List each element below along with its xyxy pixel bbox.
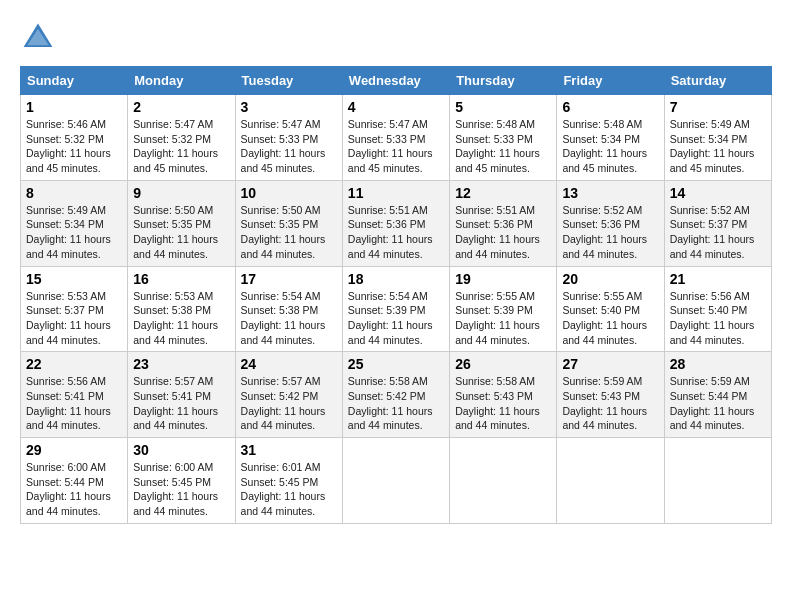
day-info: Sunrise: 5:47 AM Sunset: 5:33 PM Dayligh… bbox=[241, 117, 337, 176]
column-header-thursday: Thursday bbox=[450, 67, 557, 95]
calendar-week-row: 22Sunrise: 5:56 AM Sunset: 5:41 PM Dayli… bbox=[21, 352, 772, 438]
day-info: Sunrise: 5:59 AM Sunset: 5:43 PM Dayligh… bbox=[562, 374, 658, 433]
day-number: 29 bbox=[26, 442, 122, 458]
day-number: 9 bbox=[133, 185, 229, 201]
calendar-cell: 31Sunrise: 6:01 AM Sunset: 5:45 PM Dayli… bbox=[235, 438, 342, 524]
calendar-week-row: 8Sunrise: 5:49 AM Sunset: 5:34 PM Daylig… bbox=[21, 180, 772, 266]
calendar-cell: 20Sunrise: 5:55 AM Sunset: 5:40 PM Dayli… bbox=[557, 266, 664, 352]
column-header-sunday: Sunday bbox=[21, 67, 128, 95]
day-info: Sunrise: 5:52 AM Sunset: 5:37 PM Dayligh… bbox=[670, 203, 766, 262]
day-number: 15 bbox=[26, 271, 122, 287]
day-info: Sunrise: 5:57 AM Sunset: 5:42 PM Dayligh… bbox=[241, 374, 337, 433]
day-number: 22 bbox=[26, 356, 122, 372]
day-info: Sunrise: 5:58 AM Sunset: 5:42 PM Dayligh… bbox=[348, 374, 444, 433]
day-info: Sunrise: 5:48 AM Sunset: 5:33 PM Dayligh… bbox=[455, 117, 551, 176]
day-info: Sunrise: 5:56 AM Sunset: 5:40 PM Dayligh… bbox=[670, 289, 766, 348]
calendar-cell: 9Sunrise: 5:50 AM Sunset: 5:35 PM Daylig… bbox=[128, 180, 235, 266]
calendar-week-row: 15Sunrise: 5:53 AM Sunset: 5:37 PM Dayli… bbox=[21, 266, 772, 352]
day-info: Sunrise: 5:49 AM Sunset: 5:34 PM Dayligh… bbox=[26, 203, 122, 262]
day-number: 7 bbox=[670, 99, 766, 115]
day-number: 11 bbox=[348, 185, 444, 201]
calendar-cell: 7Sunrise: 5:49 AM Sunset: 5:34 PM Daylig… bbox=[664, 95, 771, 181]
calendar-table: SundayMondayTuesdayWednesdayThursdayFrid… bbox=[20, 66, 772, 524]
day-number: 4 bbox=[348, 99, 444, 115]
day-info: Sunrise: 5:58 AM Sunset: 5:43 PM Dayligh… bbox=[455, 374, 551, 433]
day-info: Sunrise: 5:51 AM Sunset: 5:36 PM Dayligh… bbox=[348, 203, 444, 262]
logo-icon bbox=[20, 20, 56, 56]
column-header-saturday: Saturday bbox=[664, 67, 771, 95]
day-number: 30 bbox=[133, 442, 229, 458]
day-number: 1 bbox=[26, 99, 122, 115]
day-number: 13 bbox=[562, 185, 658, 201]
calendar-cell: 26Sunrise: 5:58 AM Sunset: 5:43 PM Dayli… bbox=[450, 352, 557, 438]
day-number: 10 bbox=[241, 185, 337, 201]
day-info: Sunrise: 5:54 AM Sunset: 5:38 PM Dayligh… bbox=[241, 289, 337, 348]
calendar-header-row: SundayMondayTuesdayWednesdayThursdayFrid… bbox=[21, 67, 772, 95]
day-number: 28 bbox=[670, 356, 766, 372]
calendar-cell bbox=[450, 438, 557, 524]
day-info: Sunrise: 5:59 AM Sunset: 5:44 PM Dayligh… bbox=[670, 374, 766, 433]
day-number: 25 bbox=[348, 356, 444, 372]
day-info: Sunrise: 5:54 AM Sunset: 5:39 PM Dayligh… bbox=[348, 289, 444, 348]
day-number: 26 bbox=[455, 356, 551, 372]
calendar-cell bbox=[557, 438, 664, 524]
page-header bbox=[20, 20, 772, 56]
calendar-cell bbox=[342, 438, 449, 524]
calendar-cell: 5Sunrise: 5:48 AM Sunset: 5:33 PM Daylig… bbox=[450, 95, 557, 181]
calendar-cell: 2Sunrise: 5:47 AM Sunset: 5:32 PM Daylig… bbox=[128, 95, 235, 181]
calendar-cell: 1Sunrise: 5:46 AM Sunset: 5:32 PM Daylig… bbox=[21, 95, 128, 181]
day-number: 14 bbox=[670, 185, 766, 201]
day-number: 3 bbox=[241, 99, 337, 115]
day-info: Sunrise: 6:01 AM Sunset: 5:45 PM Dayligh… bbox=[241, 460, 337, 519]
calendar-cell: 12Sunrise: 5:51 AM Sunset: 5:36 PM Dayli… bbox=[450, 180, 557, 266]
calendar-cell: 24Sunrise: 5:57 AM Sunset: 5:42 PM Dayli… bbox=[235, 352, 342, 438]
day-number: 6 bbox=[562, 99, 658, 115]
calendar-cell: 30Sunrise: 6:00 AM Sunset: 5:45 PM Dayli… bbox=[128, 438, 235, 524]
calendar-cell: 25Sunrise: 5:58 AM Sunset: 5:42 PM Dayli… bbox=[342, 352, 449, 438]
column-header-tuesday: Tuesday bbox=[235, 67, 342, 95]
column-header-wednesday: Wednesday bbox=[342, 67, 449, 95]
day-info: Sunrise: 5:48 AM Sunset: 5:34 PM Dayligh… bbox=[562, 117, 658, 176]
day-number: 8 bbox=[26, 185, 122, 201]
calendar-cell: 8Sunrise: 5:49 AM Sunset: 5:34 PM Daylig… bbox=[21, 180, 128, 266]
calendar-cell: 17Sunrise: 5:54 AM Sunset: 5:38 PM Dayli… bbox=[235, 266, 342, 352]
calendar-cell: 11Sunrise: 5:51 AM Sunset: 5:36 PM Dayli… bbox=[342, 180, 449, 266]
day-info: Sunrise: 5:53 AM Sunset: 5:37 PM Dayligh… bbox=[26, 289, 122, 348]
day-number: 18 bbox=[348, 271, 444, 287]
column-header-friday: Friday bbox=[557, 67, 664, 95]
day-number: 2 bbox=[133, 99, 229, 115]
day-number: 20 bbox=[562, 271, 658, 287]
calendar-cell: 22Sunrise: 5:56 AM Sunset: 5:41 PM Dayli… bbox=[21, 352, 128, 438]
day-number: 24 bbox=[241, 356, 337, 372]
calendar-week-row: 29Sunrise: 6:00 AM Sunset: 5:44 PM Dayli… bbox=[21, 438, 772, 524]
calendar-cell: 14Sunrise: 5:52 AM Sunset: 5:37 PM Dayli… bbox=[664, 180, 771, 266]
day-number: 16 bbox=[133, 271, 229, 287]
day-info: Sunrise: 5:50 AM Sunset: 5:35 PM Dayligh… bbox=[133, 203, 229, 262]
day-info: Sunrise: 5:52 AM Sunset: 5:36 PM Dayligh… bbox=[562, 203, 658, 262]
day-info: Sunrise: 5:55 AM Sunset: 5:40 PM Dayligh… bbox=[562, 289, 658, 348]
calendar-cell: 15Sunrise: 5:53 AM Sunset: 5:37 PM Dayli… bbox=[21, 266, 128, 352]
calendar-cell bbox=[664, 438, 771, 524]
calendar-cell: 3Sunrise: 5:47 AM Sunset: 5:33 PM Daylig… bbox=[235, 95, 342, 181]
day-info: Sunrise: 6:00 AM Sunset: 5:44 PM Dayligh… bbox=[26, 460, 122, 519]
calendar-week-row: 1Sunrise: 5:46 AM Sunset: 5:32 PM Daylig… bbox=[21, 95, 772, 181]
day-info: Sunrise: 5:53 AM Sunset: 5:38 PM Dayligh… bbox=[133, 289, 229, 348]
day-info: Sunrise: 5:51 AM Sunset: 5:36 PM Dayligh… bbox=[455, 203, 551, 262]
calendar-cell: 6Sunrise: 5:48 AM Sunset: 5:34 PM Daylig… bbox=[557, 95, 664, 181]
calendar-cell: 21Sunrise: 5:56 AM Sunset: 5:40 PM Dayli… bbox=[664, 266, 771, 352]
day-info: Sunrise: 5:57 AM Sunset: 5:41 PM Dayligh… bbox=[133, 374, 229, 433]
day-info: Sunrise: 5:50 AM Sunset: 5:35 PM Dayligh… bbox=[241, 203, 337, 262]
day-number: 17 bbox=[241, 271, 337, 287]
day-number: 23 bbox=[133, 356, 229, 372]
day-number: 19 bbox=[455, 271, 551, 287]
day-number: 12 bbox=[455, 185, 551, 201]
day-info: Sunrise: 5:47 AM Sunset: 5:32 PM Dayligh… bbox=[133, 117, 229, 176]
day-number: 31 bbox=[241, 442, 337, 458]
logo bbox=[20, 20, 62, 56]
calendar-cell: 29Sunrise: 6:00 AM Sunset: 5:44 PM Dayli… bbox=[21, 438, 128, 524]
calendar-cell: 13Sunrise: 5:52 AM Sunset: 5:36 PM Dayli… bbox=[557, 180, 664, 266]
calendar-cell: 10Sunrise: 5:50 AM Sunset: 5:35 PM Dayli… bbox=[235, 180, 342, 266]
calendar-cell: 4Sunrise: 5:47 AM Sunset: 5:33 PM Daylig… bbox=[342, 95, 449, 181]
day-number: 21 bbox=[670, 271, 766, 287]
day-info: Sunrise: 6:00 AM Sunset: 5:45 PM Dayligh… bbox=[133, 460, 229, 519]
